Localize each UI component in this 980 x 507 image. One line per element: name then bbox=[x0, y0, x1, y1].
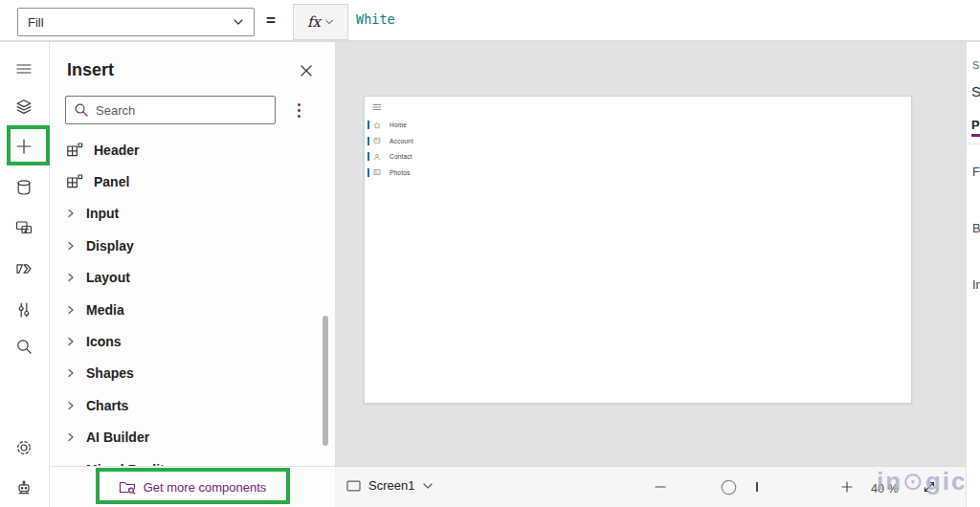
media-button[interactable] bbox=[14, 218, 33, 237]
property-dropdown-label: Fill bbox=[28, 15, 44, 30]
fit-to-window-icon bbox=[921, 478, 938, 496]
list-item-panel[interactable]: Panel bbox=[50, 165, 335, 197]
minus-icon bbox=[654, 480, 667, 494]
photo-icon bbox=[373, 168, 381, 176]
formula-input[interactable]: White bbox=[356, 11, 930, 27]
list-item-display[interactable]: Display bbox=[50, 230, 335, 261]
chevron-down-icon bbox=[233, 16, 244, 28]
chevron-right-icon bbox=[65, 304, 77, 316]
settings-button[interactable] bbox=[14, 438, 33, 457]
insert-button[interactable] bbox=[14, 137, 33, 156]
powerapps-studio: Fill = fx White bbox=[0, 0, 980, 507]
search-icon bbox=[14, 337, 33, 356]
list-item-input[interactable]: Input bbox=[50, 198, 335, 230]
advanced-tools-button[interactable] bbox=[14, 300, 33, 320]
list-item-label: AI Builder bbox=[86, 430, 149, 445]
fit-to-window-button[interactable] bbox=[921, 478, 938, 496]
close-button[interactable] bbox=[299, 63, 314, 78]
chevron-right-icon bbox=[65, 208, 77, 219]
chevron-right-icon bbox=[65, 400, 77, 411]
media-icon bbox=[14, 218, 33, 237]
right-properties-panel bbox=[966, 42, 980, 507]
kebab-dot bbox=[298, 115, 301, 118]
bot-icon bbox=[14, 479, 33, 498]
component-list: Header Panel Input Display Layout Media bbox=[50, 134, 335, 466]
hamburger-menu-button[interactable] bbox=[14, 59, 33, 78]
preview-nav-label: Photos bbox=[390, 169, 410, 176]
close-icon bbox=[299, 63, 314, 78]
preview-hamburger-button[interactable] bbox=[372, 103, 382, 111]
zoom-percent-sign: % bbox=[887, 482, 898, 496]
right-panel-fragment: In bbox=[972, 277, 980, 292]
preview-nav-photos[interactable]: Photos bbox=[365, 167, 410, 178]
list-item-label: Layout bbox=[86, 270, 130, 285]
gear-icon bbox=[14, 438, 33, 457]
get-more-components-button[interactable]: Get more components bbox=[119, 478, 267, 496]
zoom-percent-value: 40 bbox=[871, 482, 884, 496]
left-rail bbox=[0, 42, 50, 507]
more-options-button[interactable] bbox=[292, 99, 305, 121]
search-input[interactable] bbox=[96, 103, 267, 118]
slider-handle-icon bbox=[721, 479, 737, 496]
chevron-down-icon bbox=[324, 17, 334, 27]
zoom-out-button[interactable] bbox=[654, 480, 667, 494]
data-button[interactable] bbox=[14, 178, 33, 197]
list-item-label: Header bbox=[94, 143, 139, 158]
list-item-icons[interactable]: Icons bbox=[50, 325, 335, 357]
zoom-percent: 40 % bbox=[871, 482, 899, 496]
list-item-charts[interactable]: Charts bbox=[50, 389, 335, 421]
preview-nav-contact[interactable]: Contact bbox=[365, 151, 412, 162]
selected-bar bbox=[368, 137, 369, 145]
property-dropdown[interactable]: Fill bbox=[17, 8, 255, 36]
advanced-tools-icon bbox=[14, 300, 33, 320]
list-item-label: Shapes bbox=[86, 365, 134, 381]
person-icon bbox=[373, 153, 381, 161]
preview-nav-label: Account bbox=[390, 138, 413, 144]
hamburger-small-icon bbox=[372, 103, 382, 111]
canvas-area: Home Account Contact Photos bbox=[335, 42, 966, 466]
scrollbar-thumb[interactable] bbox=[323, 316, 328, 446]
preview-nav-home[interactable]: Home bbox=[365, 120, 407, 130]
selected-bar bbox=[368, 152, 369, 161]
formula-bar: Fill = fx White bbox=[0, 0, 980, 42]
tab-properties[interactable]: Pr bbox=[971, 118, 980, 132]
list-item-header[interactable]: Header bbox=[50, 134, 335, 165]
chevron-down-icon bbox=[422, 480, 434, 492]
tab-active-underline bbox=[971, 134, 980, 137]
preview-nav-label: Home bbox=[390, 121, 407, 128]
preview-nav-account[interactable]: Account bbox=[365, 136, 413, 146]
fx-dropdown[interactable]: fx bbox=[293, 4, 348, 40]
chevron-right-icon bbox=[65, 431, 77, 443]
app-screen-preview[interactable]: Home Account Contact Photos bbox=[364, 96, 912, 404]
list-item-ai-builder[interactable]: AI Builder bbox=[50, 422, 335, 453]
list-item-label: Media bbox=[86, 302, 124, 318]
list-item-media[interactable]: Media bbox=[50, 294, 335, 325]
panel-footer: Get more components bbox=[50, 466, 335, 507]
component-grid-icon bbox=[65, 172, 84, 191]
plus-icon bbox=[14, 137, 33, 156]
hamburger-icon bbox=[14, 59, 33, 78]
list-item-mixed-reality[interactable]: Mixed Reality bbox=[50, 453, 335, 466]
virtual-agents-button[interactable] bbox=[14, 479, 33, 498]
list-item-label: Input bbox=[86, 206, 119, 221]
equals-sign: = bbox=[266, 11, 276, 31]
right-panel-fragment: F bbox=[972, 165, 980, 179]
zoom-in-button[interactable] bbox=[840, 480, 854, 494]
list-item-layout[interactable]: Layout bbox=[50, 262, 335, 294]
list-item-label: Charts bbox=[86, 398, 128, 413]
screen-selector[interactable]: Screen1 bbox=[346, 478, 434, 493]
home-icon bbox=[373, 121, 381, 129]
slider-tick bbox=[756, 482, 758, 492]
search-button[interactable] bbox=[14, 337, 33, 356]
list-item-label: Display bbox=[86, 238, 134, 254]
list-item-shapes[interactable]: Shapes bbox=[50, 358, 335, 389]
power-automate-button[interactable] bbox=[14, 259, 33, 278]
status-bar: Screen1 40 % bbox=[335, 466, 966, 507]
zoom-slider-handle[interactable] bbox=[721, 479, 737, 496]
component-grid-icon bbox=[65, 141, 84, 160]
tree-view-button[interactable] bbox=[14, 98, 33, 117]
preview-nav-label: Contact bbox=[390, 153, 412, 160]
chevron-right-icon bbox=[65, 240, 77, 252]
list-item-label: Panel bbox=[94, 174, 129, 189]
kebab-dot bbox=[298, 109, 301, 112]
